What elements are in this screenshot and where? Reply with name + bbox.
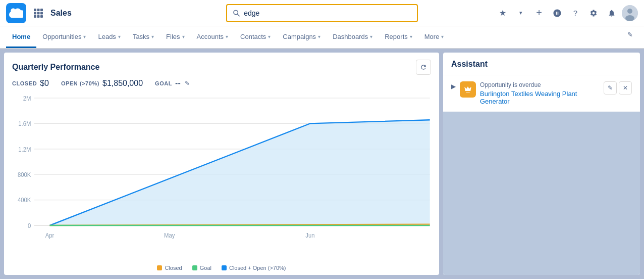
secondary-navigation: Home Opportunities ▾ Leads ▾ Tasks ▾ Fil… <box>0 26 644 49</box>
opportunity-icon <box>460 81 476 98</box>
svg-text:800K: 800K <box>18 171 31 178</box>
legend-goal-dot <box>192 265 197 270</box>
stat-open: OPEN (>70%) $1,850,000 <box>61 79 143 88</box>
svg-rect-2 <box>40 9 43 11</box>
legend-closed-dot <box>157 265 162 270</box>
stats-row: CLOSED $0 OPEN (>70%) $1,850,000 GOAL --… <box>4 79 439 92</box>
overdue-label: Opportunity is overdue <box>480 81 600 88</box>
svg-text:1.6M: 1.6M <box>18 120 31 127</box>
search-icon <box>233 10 240 17</box>
svg-rect-6 <box>34 15 36 18</box>
svg-rect-0 <box>34 9 36 11</box>
search-input[interactable] <box>244 9 411 17</box>
favorites-star-icon[interactable]: ★ <box>495 5 511 21</box>
svg-rect-4 <box>37 12 40 14</box>
expand-chevron-icon[interactable]: ▶ <box>451 83 456 90</box>
goal-edit-icon[interactable]: ✎ <box>185 80 190 87</box>
search-wrapper <box>226 4 418 22</box>
user-avatar[interactable] <box>622 5 638 21</box>
svg-text:Jun: Jun <box>305 231 314 239</box>
main-content: Quarterly Performance CLOSED $0 OPEN (>7… <box>0 49 644 279</box>
nav-item-reports[interactable]: Reports ▾ <box>379 26 418 48</box>
panel-title: Quarterly Performance <box>12 63 99 72</box>
nav-item-home[interactable]: Home <box>6 26 36 48</box>
quarterly-performance-panel: Quarterly Performance CLOSED $0 OPEN (>7… <box>4 53 439 275</box>
stat-goal-label: GOAL <box>155 80 172 86</box>
refresh-button[interactable] <box>416 60 431 75</box>
legend-closed-open-dot <box>222 265 227 270</box>
crown-icon <box>463 85 472 94</box>
svg-rect-8 <box>40 15 43 18</box>
nav-item-files[interactable]: Files ▾ <box>160 26 190 48</box>
svg-rect-7 <box>37 15 40 18</box>
nav-item-opportunities[interactable]: Opportunities ▾ <box>36 26 92 48</box>
legend-closed: Closed <box>157 265 182 271</box>
nav-right-actions: ★ ▾ + ? <box>495 5 638 21</box>
stat-open-label: OPEN (>70%) <box>61 80 99 86</box>
svg-text:Apr: Apr <box>45 231 55 239</box>
assistant-title: Assistant <box>443 53 640 75</box>
opportunity-link[interactable]: Burlington Textiles Weaving Plant Genera… <box>480 90 577 105</box>
favorites-dropdown-icon[interactable]: ▾ <box>513 5 529 21</box>
svg-marker-30 <box>50 120 430 225</box>
chevron-down-icon: ▾ <box>318 34 320 39</box>
legend-goal: Goal <box>192 265 211 271</box>
svg-rect-3 <box>34 12 36 14</box>
chevron-down-icon: ▾ <box>410 34 412 39</box>
stat-closed-value: $0 <box>40 79 49 88</box>
chevron-down-icon: ▾ <box>118 34 121 39</box>
stat-goal-value: -- <box>175 79 181 88</box>
bell-icon[interactable] <box>604 5 620 21</box>
stat-goal: GOAL -- ✎ <box>155 79 190 88</box>
svg-text:May: May <box>164 231 175 239</box>
svg-rect-1 <box>37 9 40 11</box>
search-box-container <box>226 4 418 22</box>
close-button[interactable]: ✕ <box>619 81 632 95</box>
edit-button[interactable]: ✎ <box>604 81 617 95</box>
chevron-down-icon: ▾ <box>268 34 271 39</box>
stat-closed-label: CLOSED <box>12 80 37 86</box>
gear-icon[interactable] <box>585 5 602 21</box>
salesforce-logo[interactable] <box>6 3 26 23</box>
nav-item-tasks[interactable]: Tasks ▾ <box>127 26 160 48</box>
svg-rect-5 <box>40 12 43 14</box>
chevron-down-icon: ▾ <box>182 34 185 39</box>
stat-closed: CLOSED $0 <box>12 79 49 88</box>
chart-legend: Closed Goal Closed + Open (>70%) <box>4 262 439 275</box>
panel-header: Quarterly Performance <box>4 53 439 79</box>
trailhead-icon[interactable] <box>549 5 565 21</box>
nav-item-more[interactable]: More ▾ <box>418 26 450 48</box>
svg-point-12 <box>627 9 632 14</box>
assistant-panel: Assistant ▶ Opportunity is overdue Burli… <box>443 53 640 275</box>
nav-item-accounts[interactable]: Accounts ▾ <box>191 26 234 48</box>
legend-closed-open: Closed + Open (>70%) <box>222 265 286 271</box>
nav-item-dashboards[interactable]: Dashboards ▾ <box>327 26 379 48</box>
svg-text:2M: 2M <box>23 95 31 102</box>
svg-text:400K: 400K <box>18 197 31 204</box>
chevron-down-icon: ▾ <box>83 34 86 39</box>
svg-text:1.2M: 1.2M <box>18 146 31 153</box>
chart-area: 2M 1.6M 1.2M 800K 400K 0 Apr May Jun <box>4 92 439 262</box>
chevron-down-icon: ▾ <box>370 34 372 39</box>
nav-edit-icon[interactable]: ✎ <box>622 26 638 42</box>
assistant-item-actions: ✎ ✕ <box>604 81 632 95</box>
svg-text:0: 0 <box>28 222 31 229</box>
chevron-down-icon: ▾ <box>151 34 154 39</box>
grid-menu-icon[interactable] <box>30 5 46 21</box>
nav-item-contacts[interactable]: Contacts ▾ <box>234 26 277 48</box>
assistant-item: ▶ Opportunity is overdue Burlington Text… <box>443 75 640 112</box>
stat-open-value: $1,850,000 <box>102 79 143 88</box>
add-icon[interactable]: + <box>531 5 547 21</box>
assistant-item-text: Opportunity is overdue Burlington Textil… <box>480 81 600 105</box>
app-label: Sales <box>50 9 72 18</box>
nav-item-campaigns[interactable]: Campaigns ▾ <box>277 26 327 48</box>
assistant-background <box>443 112 640 275</box>
help-icon[interactable]: ? <box>567 5 583 21</box>
svg-line-10 <box>237 14 239 16</box>
top-navigation: Sales ★ ▾ + ? <box>0 0 644 26</box>
refresh-icon <box>420 64 427 71</box>
performance-chart: 2M 1.6M 1.2M 800K 400K 0 Apr May Jun <box>8 92 435 262</box>
svg-point-13 <box>625 15 634 21</box>
chevron-down-icon: ▾ <box>441 34 444 39</box>
nav-item-leads[interactable]: Leads ▾ <box>92 26 126 48</box>
